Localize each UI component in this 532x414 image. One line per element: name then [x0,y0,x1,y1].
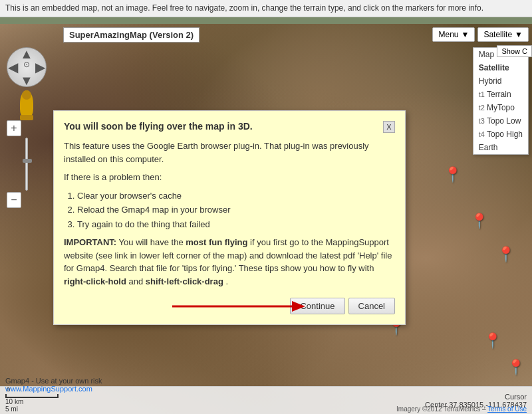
modal-paragraph-1: This feature uses the Google Earth brows… [64,140,395,165]
modal-list: Clear your browser's cache Reload the Gm… [77,189,395,231]
modal-important-paragraph: IMPORTANT: You will have the most fun fl… [64,236,395,288]
map-container[interactable]: SuperAmazingMap (Version 2) ▲ ◀ ⊙ ▶ ▼ [0,24,532,414]
modal-footer: Continue Cancel [64,298,395,314]
modal-overlay: You will soon be flying over the map in … [0,24,532,414]
cancel-button[interactable]: Cancel [348,298,395,314]
modal-header: You will soon be flying over the map in … [64,121,395,133]
close-button[interactable]: X [383,121,395,133]
bold-phrase-2: right-click-hold [64,276,126,286]
modal-dialog: You will soon be flying over the map in … [53,110,406,325]
modal-list-item-2: Reload the Gmap4 map in your browser [77,203,395,217]
bold-phrase-3: shift-left-click-drag [146,276,223,286]
modal-title: You will soon be flying over the map in … [64,121,253,132]
info-text: This is an embedded map, not an image. F… [5,3,483,13]
modal-body: This feature uses the Google Earth brows… [64,140,395,288]
red-arrow-icon [172,298,305,314]
modal-list-item-1: Clear your browser's cache [77,189,395,203]
svg-marker-1 [292,301,305,312]
modal-paragraph-2: If there is a problem then: [64,171,395,184]
important-label: IMPORTANT: [64,237,116,247]
bold-phrase-1: most fun flying [186,237,247,247]
modal-list-item-3: Try again to do the thing that failed [77,218,395,231]
info-bar: This is an embedded map, not an image. F… [0,0,532,17]
